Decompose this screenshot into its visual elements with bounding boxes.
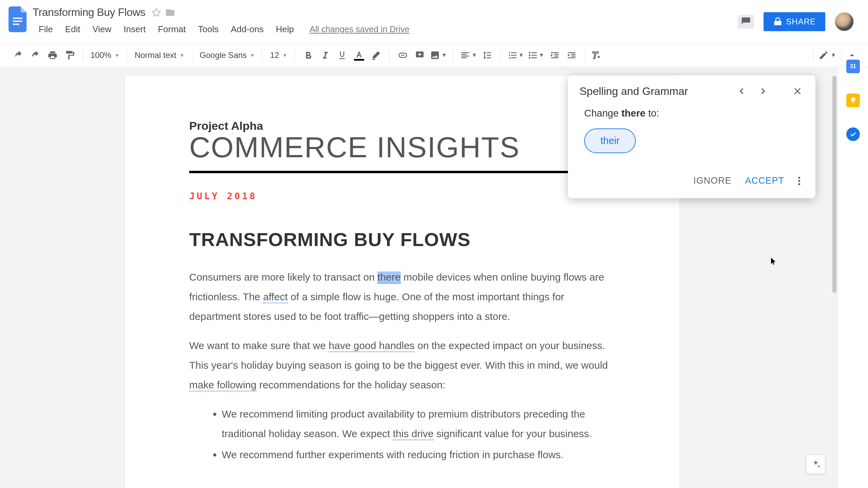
explore-button[interactable] (806, 455, 825, 474)
bold-button[interactable] (300, 47, 317, 64)
insert-image-button[interactable]: ▼ (428, 47, 449, 64)
account-avatar[interactable] (835, 12, 854, 31)
star-icon[interactable] (152, 7, 161, 18)
sg-more-button[interactable] (798, 177, 801, 185)
svg-rect-1 (13, 21, 22, 22)
sg-change-label: Change there to: (584, 108, 799, 119)
insert-comment-button[interactable] (411, 47, 428, 64)
doc-heading-2: TRANSFORMING BUY FLOWS (189, 228, 615, 250)
svg-point-9 (798, 180, 800, 182)
vertical-scrollbar[interactable] (831, 67, 838, 474)
side-panel-strip: 31 (838, 45, 868, 141)
decrease-indent-button[interactable] (546, 47, 563, 64)
clear-formatting-button[interactable] (587, 47, 604, 64)
sg-ignore-button[interactable]: IGNORE (693, 176, 732, 186)
spelling-grammar-panel: Spelling and Grammar Change there to: th… (568, 75, 815, 198)
sg-suggestion-pill[interactable]: their (584, 128, 636, 153)
italic-button[interactable] (317, 47, 334, 64)
share-label: SHARE (786, 17, 816, 26)
list-item: We recommend limiting product availabili… (222, 404, 613, 444)
calendar-addon-icon[interactable]: 31 (846, 60, 860, 73)
selected-error-word[interactable]: there (377, 271, 400, 284)
menu-edit[interactable]: Edit (59, 22, 86, 37)
grammar-error[interactable]: make following (189, 379, 256, 391)
menu-addons[interactable]: Add-ons (225, 22, 270, 37)
menu-tools[interactable]: Tools (192, 22, 225, 37)
underline-button[interactable] (334, 47, 351, 64)
menu-bar: File Edit View Insert Format Tools Add-o… (33, 22, 738, 37)
numbered-list-button[interactable]: ▼ (506, 47, 526, 64)
date-line: JULY 2018 (189, 191, 615, 201)
p2-text-pre: We want to make sure that we (189, 340, 329, 351)
editing-mode-button[interactable]: ▼ (815, 47, 839, 64)
sg-panel-title: Spelling and Grammar (579, 85, 735, 98)
paint-format-button[interactable] (61, 47, 78, 64)
svg-point-5 (529, 52, 531, 54)
line-spacing-button[interactable] (479, 47, 496, 64)
zoom-select[interactable]: 100%▼ (85, 47, 125, 63)
docs-logo-icon[interactable] (6, 4, 30, 35)
increase-indent-button[interactable] (563, 47, 580, 64)
font-size-select[interactable]: 12▼ (264, 47, 293, 63)
share-button[interactable]: SHARE (764, 12, 825, 31)
comments-button[interactable] (738, 15, 754, 28)
doc-heading-1: COMMERCE INSIGHTS (189, 130, 615, 164)
svg-rect-2 (13, 24, 19, 25)
toolbar: 100%▼ Normal text▼ Google Sans▼ 12▼ ▼ ▼ … (0, 43, 868, 67)
grammar-error[interactable]: affect (263, 291, 288, 303)
svg-rect-0 (13, 18, 22, 19)
sg-accept-button[interactable]: ACCEPT (745, 176, 784, 186)
p1-text-pre: Consumers are more likely to transact on (189, 271, 377, 283)
scrollbar-thumb[interactable] (832, 76, 836, 293)
list-item: We recommend further experiments with re… (222, 445, 613, 465)
sg-next-button[interactable] (756, 85, 769, 98)
drive-save-status[interactable]: All changes saved in Drive (310, 24, 410, 34)
keep-addon-icon[interactable] (846, 94, 860, 107)
print-button[interactable] (44, 47, 61, 64)
menu-help[interactable]: Help (270, 22, 300, 37)
move-to-folder-icon[interactable] (165, 7, 175, 18)
menu-file[interactable]: File (33, 22, 59, 37)
paragraph-style-select[interactable]: Normal text▼ (129, 47, 190, 63)
svg-point-6 (529, 55, 531, 56)
redo-button[interactable] (27, 47, 44, 64)
menu-format[interactable]: Format (152, 22, 192, 37)
highlight-color-button[interactable] (368, 47, 384, 64)
document-title[interactable]: Transforming Buy Flows (33, 6, 145, 19)
menu-view[interactable]: View (86, 22, 118, 37)
grammar-error[interactable]: this drive (393, 428, 434, 440)
grammar-error[interactable]: have good handles (329, 340, 415, 352)
text-color-button[interactable] (351, 47, 368, 64)
font-select[interactable]: Google Sans▼ (194, 47, 260, 63)
tasks-addon-icon[interactable] (846, 127, 860, 141)
svg-point-7 (529, 57, 531, 59)
body-text[interactable]: Consumers are more likely to transact on… (189, 267, 613, 465)
menu-insert[interactable]: Insert (118, 22, 152, 37)
svg-rect-3 (774, 21, 782, 25)
p2-text-post: recommendations for the holiday season: (256, 379, 445, 390)
sg-close-button[interactable] (791, 85, 804, 98)
undo-button[interactable] (10, 47, 27, 64)
insert-link-button[interactable] (394, 47, 411, 64)
horizontal-rule (189, 171, 616, 173)
sg-prev-button[interactable] (735, 85, 748, 98)
align-button[interactable]: ▼ (458, 47, 479, 64)
svg-point-8 (798, 177, 800, 179)
mouse-cursor-icon (771, 258, 776, 266)
titlebar: Transforming Buy Flows File Edit View In… (0, 0, 868, 43)
bulleted-list-button[interactable]: ▼ (526, 47, 546, 64)
svg-point-10 (798, 183, 800, 185)
